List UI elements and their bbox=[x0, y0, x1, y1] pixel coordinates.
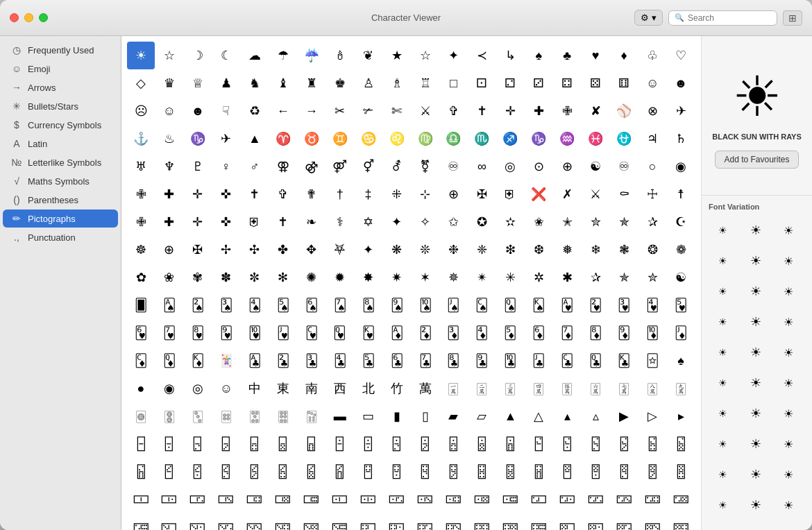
symbol-cell[interactable]: ⚔ bbox=[582, 180, 609, 208]
symbol-cell[interactable]: ❋ bbox=[383, 236, 411, 264]
symbol-cell[interactable]: 🃖 bbox=[383, 347, 411, 375]
symbol-cell[interactable]: 🀹 bbox=[355, 486, 382, 513]
symbol-cell[interactable]: ♇ bbox=[184, 153, 212, 180]
symbol-cell[interactable]: 🀏 bbox=[667, 375, 695, 402]
symbol-cell[interactable]: ✝ bbox=[241, 180, 269, 208]
symbol-cell[interactable]: ◎ bbox=[184, 375, 212, 402]
symbol-cell[interactable]: ☸ bbox=[127, 236, 155, 264]
symbol-cell[interactable]: 🁑 bbox=[468, 513, 496, 530]
symbol-cell[interactable]: 🁏 bbox=[412, 513, 439, 530]
symbol-cell[interactable]: 🁋 bbox=[298, 513, 325, 530]
sidebar-item-emoji[interactable]: ☺ Emoji bbox=[3, 60, 118, 78]
symbol-cell[interactable]: 北 bbox=[355, 375, 382, 402]
sidebar-item-frequently-used[interactable]: ◷ Frequently Used bbox=[3, 41, 118, 59]
symbol-cell[interactable]: ♖ bbox=[412, 69, 439, 97]
symbol-cell[interactable]: 🂲 bbox=[582, 291, 609, 319]
symbol-cell[interactable]: 🃏 bbox=[212, 347, 240, 375]
font-variation-cell[interactable]: ☀ bbox=[742, 430, 770, 458]
grid-view-button[interactable]: ⊞ bbox=[783, 10, 802, 26]
symbol-cell[interactable]: ✷ bbox=[383, 264, 411, 291]
symbol-cell[interactable]: 🂭 bbox=[496, 291, 524, 319]
symbol-cell[interactable]: ♄ bbox=[667, 125, 695, 153]
symbol-cell[interactable]: † bbox=[326, 180, 354, 208]
symbol-cell[interactable]: 🂴 bbox=[638, 291, 666, 319]
symbol-cell[interactable]: ✸ bbox=[355, 264, 382, 291]
symbol-cell[interactable]: 🁌 bbox=[326, 513, 354, 530]
symbol-cell[interactable]: ♧ bbox=[638, 42, 666, 69]
symbol-cell[interactable]: ⚃ bbox=[553, 69, 581, 97]
add-to-favourites-button[interactable]: Add to Favourites bbox=[715, 151, 798, 169]
symbol-cell[interactable]: ✫ bbox=[496, 208, 524, 236]
symbol-cell[interactable]: 🁭 bbox=[412, 430, 439, 458]
symbol-cell[interactable]: ⚅ bbox=[610, 69, 638, 97]
symbol-cell[interactable]: → bbox=[298, 97, 325, 125]
symbol-cell[interactable]: ♑ bbox=[525, 125, 552, 153]
symbol-cell[interactable]: ◇ bbox=[127, 69, 155, 97]
symbol-cell[interactable]: ♞ bbox=[241, 69, 269, 97]
font-variation-cell[interactable]: ☀ bbox=[742, 247, 770, 275]
symbol-cell[interactable]: ❁ bbox=[667, 236, 695, 264]
symbol-cell[interactable]: 🂻 bbox=[269, 319, 297, 347]
symbol-cell[interactable]: ⊙ bbox=[525, 153, 552, 180]
symbol-cell[interactable]: ✦ bbox=[355, 236, 382, 264]
symbol-cell[interactable]: ▲ bbox=[496, 402, 524, 430]
symbol-cell[interactable]: 🁎 bbox=[383, 513, 411, 530]
symbol-cell[interactable]: 🁣 bbox=[127, 430, 155, 458]
symbol-cell[interactable]: ✯ bbox=[610, 264, 638, 291]
symbol-cell[interactable]: ♑ bbox=[184, 125, 212, 153]
symbol-cell[interactable]: ♂ bbox=[241, 153, 269, 180]
symbol-cell[interactable]: 🂀 bbox=[383, 458, 411, 486]
symbol-cell[interactable]: ♾ bbox=[610, 153, 638, 180]
symbol-cell[interactable]: ♾ bbox=[439, 153, 467, 180]
font-variation-cell[interactable]: ☀ bbox=[742, 400, 770, 427]
symbol-cell[interactable]: ♗ bbox=[383, 69, 411, 97]
symbol-cell[interactable]: ✄ bbox=[383, 97, 411, 125]
font-variation-cell[interactable]: ☀ bbox=[775, 369, 802, 397]
symbol-cell[interactable]: 🂅 bbox=[525, 458, 552, 486]
symbol-cell[interactable]: 🃞 bbox=[610, 347, 638, 375]
symbol-cell[interactable]: 🂶 bbox=[127, 319, 155, 347]
symbol-cell[interactable]: ❃ bbox=[610, 236, 638, 264]
symbol-cell[interactable]: ✴ bbox=[468, 264, 496, 291]
symbol-cell[interactable]: 🁾 bbox=[326, 458, 354, 486]
font-variation-cell[interactable]: ☀ bbox=[775, 339, 802, 366]
font-variation-cell[interactable]: ☀ bbox=[709, 461, 736, 488]
symbol-cell[interactable]: ♆ bbox=[155, 153, 183, 180]
symbol-cell[interactable]: ▵ bbox=[582, 402, 609, 430]
symbol-cell[interactable]: ☪ bbox=[667, 208, 695, 236]
symbol-cell[interactable]: ♠ bbox=[525, 42, 552, 69]
symbol-cell[interactable]: ✤ bbox=[269, 236, 297, 264]
symbol-cell[interactable]: 🁈 bbox=[212, 513, 240, 530]
symbol-cell[interactable]: 🀴 bbox=[212, 486, 240, 513]
symbol-cell[interactable]: ✽ bbox=[212, 264, 240, 291]
symbol-cell[interactable]: ✿ bbox=[127, 264, 155, 291]
symbol-cell[interactable]: 🀛 bbox=[184, 402, 212, 430]
symbol-cell[interactable]: 🃍 bbox=[155, 347, 183, 375]
symbol-cell[interactable]: ▭ bbox=[355, 402, 382, 430]
symbol-cell[interactable]: 🀼 bbox=[439, 486, 467, 513]
symbol-cell[interactable]: ▰ bbox=[439, 402, 467, 430]
font-variation-cell[interactable]: ☀ bbox=[742, 277, 770, 305]
symbol-cell[interactable]: ⛨ bbox=[241, 208, 269, 236]
symbol-cell[interactable]: ✛ bbox=[184, 208, 212, 236]
symbol-cell[interactable]: ✬ bbox=[525, 208, 552, 236]
symbol-cell[interactable]: ☺ bbox=[638, 69, 666, 97]
symbol-cell[interactable]: ⚢ bbox=[269, 153, 297, 180]
symbol-cell[interactable]: 🁸 bbox=[155, 458, 183, 486]
symbol-cell[interactable]: 🃋 bbox=[667, 319, 695, 347]
symbol-cell[interactable]: ✺ bbox=[298, 264, 325, 291]
symbol-cell[interactable]: ✾ bbox=[184, 264, 212, 291]
symbol-cell[interactable]: ♎ bbox=[439, 125, 467, 153]
symbol-cell[interactable]: ⚤ bbox=[326, 153, 354, 180]
symbol-cell[interactable]: ◎ bbox=[496, 153, 524, 180]
symbol-cell[interactable]: ✮ bbox=[582, 208, 609, 236]
symbol-grid-container[interactable]: ☀☆☽☾☁☂☔🕯❦★☆✦≺↳♠♣♥♦♧♡◇♛♕♟♞♝♜♚♙♗♖□⚀⚁⚂⚃⚄⚅☺☻… bbox=[121, 36, 701, 530]
sidebar-item-pictographs[interactable]: ✏ Pictographs bbox=[3, 210, 118, 228]
symbol-cell[interactable]: ⚾ bbox=[610, 97, 638, 125]
symbol-cell[interactable]: ♦ bbox=[610, 42, 638, 69]
symbol-cell[interactable]: ♟ bbox=[212, 69, 240, 97]
symbol-cell[interactable]: ⛎ bbox=[610, 125, 638, 153]
symbol-cell[interactable]: ✦ bbox=[439, 42, 467, 69]
symbol-cell[interactable]: 🃈 bbox=[582, 319, 609, 347]
symbol-cell[interactable]: 🀚 bbox=[155, 402, 183, 430]
